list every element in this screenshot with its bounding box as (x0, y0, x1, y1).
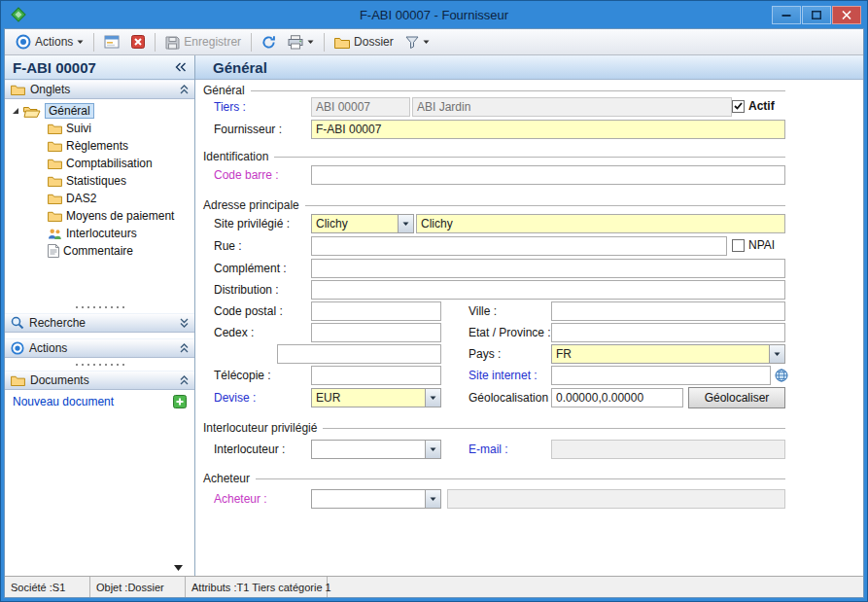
actions-label: Actions (35, 35, 73, 49)
actif-checkbox[interactable]: Actif (732, 99, 775, 113)
filter-button[interactable] (400, 34, 434, 51)
ville-field[interactable] (551, 301, 785, 321)
fournisseur-label: Fournisseur : (214, 123, 282, 136)
email-field[interactable] (551, 440, 785, 459)
acheteur-combo[interactable] (311, 489, 441, 509)
etat-province-field[interactable] (551, 323, 785, 342)
section-identification: Identification (203, 150, 785, 163)
status-attributs: Attributs :T1 Tiers catégorie 1 (186, 577, 328, 597)
geolocaliser-button[interactable]: Géolocaliser (688, 387, 785, 408)
geolocalisation-field[interactable] (551, 388, 683, 407)
sidebar-scroll-down[interactable] (5, 562, 194, 576)
tree-node-label[interactable]: Interlocuteurs (66, 227, 137, 240)
close-icon (842, 11, 851, 19)
actions-menu-button[interactable]: Actions (11, 32, 88, 52)
tree-node-label[interactable]: Moyens de paiement (66, 209, 174, 223)
refresh-button[interactable] (257, 33, 281, 52)
npai-checkbox[interactable]: NPAI (732, 238, 775, 252)
close-button[interactable] (832, 6, 861, 24)
combo-dropdown-icon[interactable] (425, 441, 440, 458)
tree-node-das2[interactable]: DAS2 (5, 190, 194, 207)
fournisseur-field[interactable] (311, 120, 785, 139)
address-extra-field[interactable] (277, 344, 441, 364)
print-button[interactable] (283, 33, 319, 52)
panel-gripper[interactable] (73, 303, 127, 310)
acheteur-name-field[interactable] (447, 489, 785, 509)
home-button[interactable] (99, 33, 124, 51)
toolbar-separator (251, 33, 252, 52)
interlocuteur-combo[interactable] (311, 440, 441, 459)
combo-dropdown-icon[interactable] (398, 215, 413, 232)
new-document-link[interactable]: Nouveau document (13, 395, 114, 408)
documents-label: Documents (30, 373, 89, 387)
folder-icon (48, 158, 62, 169)
tree-expander-icon[interactable] (12, 107, 19, 115)
tree-node-general[interactable]: Général (5, 102, 194, 120)
tree-node-suivi[interactable]: Suivi (5, 120, 194, 137)
recherche-label: Recherche (29, 316, 86, 330)
delete-button[interactable] (126, 33, 150, 51)
combo-dropdown-icon[interactable] (425, 490, 440, 508)
documents-panel-header[interactable]: Documents (5, 371, 194, 390)
tree-node-moyens-paiement[interactable]: Moyens de paiement (5, 207, 194, 225)
tree-node-comptabilisation[interactable]: Comptabilisation (5, 155, 194, 172)
tree-node-label[interactable]: Commentaire (63, 244, 133, 258)
tiers-name-field[interactable] (412, 97, 732, 117)
tree-node-general-label[interactable]: Général (45, 103, 94, 119)
rue-field[interactable] (311, 236, 727, 256)
maximize-button[interactable] (802, 6, 831, 24)
tree-node-interlocuteurs[interactable]: Interlocuteurs (5, 225, 194, 242)
tree-node-commentaire[interactable]: Commentaire (5, 242, 194, 260)
collapse-sidebar-icon[interactable] (175, 62, 187, 72)
code-barre-field[interactable] (311, 165, 785, 185)
telecopie-field[interactable] (311, 366, 441, 385)
rue-label: Rue : (214, 239, 242, 253)
minimize-button[interactable] (772, 6, 801, 24)
chevron-down-icon (423, 40, 430, 45)
checkbox-checked-icon (732, 100, 745, 113)
status-bar: Société :S1 Objet :Dossier Attributs :T1… (5, 576, 863, 597)
combo-dropdown-icon[interactable] (425, 389, 440, 407)
ville-label: Ville : (469, 304, 497, 318)
tree-node-label[interactable]: DAS2 (66, 192, 96, 205)
combo-dropdown-icon[interactable] (769, 345, 784, 363)
site-privilegie-combo[interactable]: Clichy (311, 214, 414, 233)
pays-combo[interactable]: FR (551, 344, 785, 364)
tiers-label: Tiers : (214, 100, 246, 114)
distribution-field[interactable] (311, 280, 785, 300)
globe-icon[interactable] (775, 369, 788, 382)
printer-icon (288, 35, 303, 50)
acheteur-label: Acheteur : (214, 492, 267, 506)
recherche-panel-header[interactable]: Recherche (5, 313, 194, 333)
save-button[interactable]: Enregistrer (160, 33, 246, 52)
chevron-double-up-icon (180, 375, 189, 385)
tree-node-statistiques[interactable]: Statistiques (5, 172, 194, 190)
tree-node-label[interactable]: Règlements (66, 139, 128, 153)
interlocuteur-label: Interlocuteur : (214, 443, 285, 456)
panel-gripper[interactable] (73, 361, 127, 368)
folder-icon (334, 36, 350, 49)
checkbox-unchecked-icon (732, 239, 745, 252)
code-postal-field[interactable] (311, 301, 441, 321)
dossier-button[interactable]: Dossier (330, 33, 399, 51)
chevron-double-up-icon (180, 85, 189, 94)
add-plus-icon[interactable] (173, 395, 187, 408)
site-internet-field[interactable] (551, 366, 771, 385)
actions-panel-header[interactable]: Actions (5, 338, 194, 358)
cedex-field[interactable] (311, 323, 441, 342)
tree-node-reglements[interactable]: Règlements (5, 137, 194, 155)
folder-icon (48, 210, 62, 222)
tiers-code-field[interactable] (311, 97, 410, 117)
devise-combo[interactable]: EUR (311, 388, 441, 407)
tree-node-label[interactable]: Suivi (66, 122, 91, 135)
onglets-panel-header[interactable]: Onglets (5, 80, 194, 99)
code-postal-label: Code postal : (214, 304, 283, 318)
complement-field[interactable] (311, 259, 785, 278)
site-nom-field[interactable] (416, 214, 785, 233)
tree-node-label[interactable]: Statistiques (66, 174, 126, 188)
page-title-text: Général (213, 59, 267, 76)
people-icon (48, 228, 62, 240)
status-objet: Objet :Dossier (90, 577, 186, 597)
cedex-label: Cedex : (214, 326, 254, 339)
tree-node-label[interactable]: Comptabilisation (66, 157, 153, 170)
